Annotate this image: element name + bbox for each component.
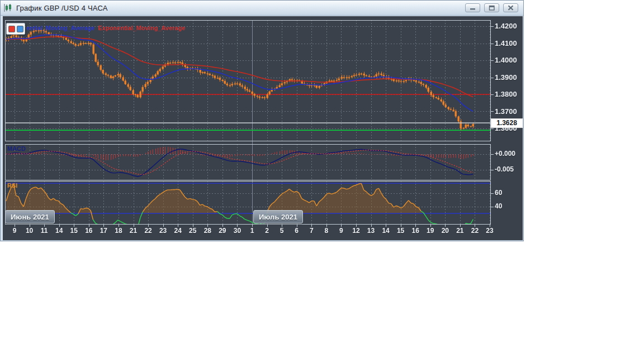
rsi-axis-label: 60 xyxy=(495,189,502,197)
x-axis-label: 20 xyxy=(438,227,452,235)
ema-blue-label: ential_Moving_Average xyxy=(26,25,94,31)
restore-icon xyxy=(489,5,495,11)
price-axis-label: 1.3800 xyxy=(495,90,517,98)
x-axis-label: 15 xyxy=(394,227,408,235)
x-axis-label: 10 xyxy=(23,227,36,235)
x-axis-label: 17 xyxy=(97,227,110,235)
current-price-tag: 1.3628 xyxy=(491,118,523,128)
x-axis-label: 9 xyxy=(8,227,21,235)
rsi-axis-label: 40 xyxy=(495,202,502,210)
x-axis-label: 18 xyxy=(112,227,125,235)
chart-canvas[interactable] xyxy=(3,16,523,240)
x-axis-label: 1 xyxy=(245,227,259,235)
x-axis-label: 13 xyxy=(364,227,378,235)
title-bar[interactable]: График GBP /USD 4 ЧАСА xyxy=(1,1,523,16)
legend-red-swatch xyxy=(8,26,15,32)
x-axis-label: 14 xyxy=(379,227,392,235)
x-axis-label: 30 xyxy=(230,227,244,235)
macd-panel-label: MACD xyxy=(7,145,26,152)
x-axis-label: 28 xyxy=(201,227,214,235)
x-axis-label: 12 xyxy=(349,227,363,235)
rsi-panel-label: RSI xyxy=(7,182,17,189)
window-title: График GBP /USD 4 ЧАСА xyxy=(16,4,108,12)
x-axis-label: 8 xyxy=(320,227,333,235)
macd-axis-label: +0.000 xyxy=(495,150,515,158)
close-icon xyxy=(508,5,514,11)
price-axis-label: 1.4200 xyxy=(495,22,517,30)
legend-color-box[interactable] xyxy=(6,23,25,35)
price-axis-label: 1.4000 xyxy=(495,56,517,64)
close-button[interactable] xyxy=(503,3,518,12)
chart-window: График GBP /USD 4 ЧАСА ential_Movi xyxy=(0,0,524,241)
x-axis-label: 19 xyxy=(424,227,437,235)
price-axis-label: 1.3700 xyxy=(495,107,517,116)
macd-axis-label: -0.005 xyxy=(495,165,514,173)
x-axis-label: 25 xyxy=(186,227,200,235)
month-button-july[interactable]: Июль 2021 xyxy=(253,210,303,223)
price-axis-label: 1.4100 xyxy=(495,39,517,47)
price-axis-label: 1.3900 xyxy=(495,73,517,82)
x-axis-label: 9 xyxy=(334,227,348,235)
candlestick-chart-icon xyxy=(4,3,13,12)
x-axis-label: 22 xyxy=(468,227,481,235)
x-axis-label: 2 xyxy=(261,227,274,235)
x-axis-label: 22 xyxy=(141,227,155,235)
maximize-button[interactable] xyxy=(484,3,499,12)
x-axis-label: 23 xyxy=(483,227,496,235)
ema-red-label: Exponential_Moving_Average xyxy=(98,25,185,31)
x-axis-label: 24 xyxy=(171,227,184,235)
x-axis-label: 7 xyxy=(305,227,318,235)
month-button-june[interactable]: Июнь 2021 xyxy=(5,210,55,223)
x-axis-label: 16 xyxy=(82,227,96,235)
x-axis-label: 21 xyxy=(127,227,140,235)
x-axis-label: 11 xyxy=(37,227,51,235)
legend-blue-swatch xyxy=(17,26,23,32)
x-axis-label: 5 xyxy=(275,227,288,235)
x-axis-label: 16 xyxy=(409,227,422,235)
x-axis-label: 15 xyxy=(67,227,80,235)
minimize-icon xyxy=(470,5,476,11)
x-axis-label: 23 xyxy=(157,227,170,235)
x-axis-label: 29 xyxy=(216,227,229,235)
x-axis-label: 14 xyxy=(53,227,66,235)
ema-legend: ential_Moving_Average Exponential_Moving… xyxy=(6,23,186,35)
x-axis-label: 6 xyxy=(290,227,304,235)
x-axis-label: 21 xyxy=(453,227,467,235)
minimize-button[interactable] xyxy=(465,3,480,12)
